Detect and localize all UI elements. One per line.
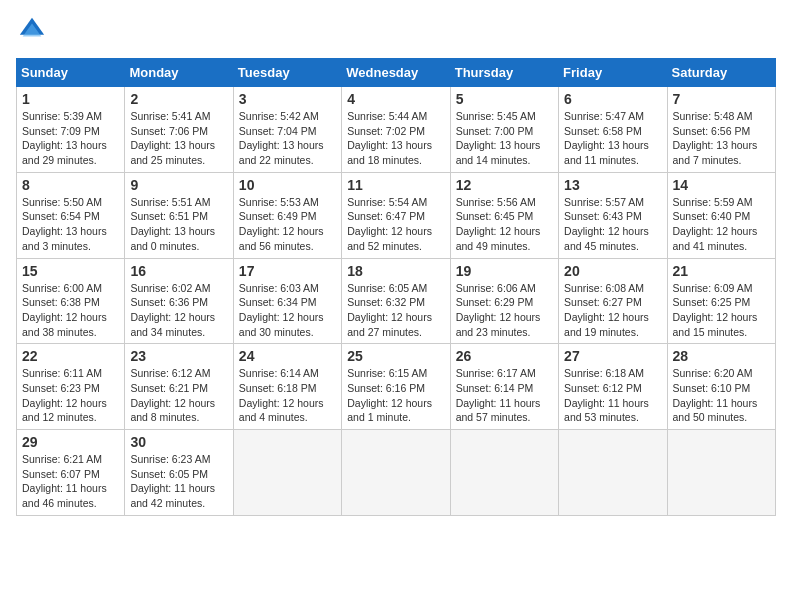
weekday-header-saturday: Saturday [667,59,775,87]
day-info: Sunrise: 6:18 AM Sunset: 6:12 PM Dayligh… [564,366,661,425]
day-info: Sunrise: 5:39 AM Sunset: 7:09 PM Dayligh… [22,109,119,168]
day-info: Sunrise: 5:48 AM Sunset: 6:56 PM Dayligh… [673,109,770,168]
calendar-week-row: 8Sunrise: 5:50 AM Sunset: 6:54 PM Daylig… [17,172,776,258]
day-number: 3 [239,91,336,107]
calendar-cell: 21Sunrise: 6:09 AM Sunset: 6:25 PM Dayli… [667,258,775,344]
calendar-cell: 30Sunrise: 6:23 AM Sunset: 6:05 PM Dayli… [125,430,233,516]
day-info: Sunrise: 6:17 AM Sunset: 6:14 PM Dayligh… [456,366,553,425]
calendar-cell [233,430,341,516]
day-info: Sunrise: 5:51 AM Sunset: 6:51 PM Dayligh… [130,195,227,254]
calendar-cell: 11Sunrise: 5:54 AM Sunset: 6:47 PM Dayli… [342,172,450,258]
calendar-cell: 13Sunrise: 5:57 AM Sunset: 6:43 PM Dayli… [559,172,667,258]
day-number: 14 [673,177,770,193]
day-info: Sunrise: 6:21 AM Sunset: 6:07 PM Dayligh… [22,452,119,511]
page-header [16,16,776,48]
day-number: 20 [564,263,661,279]
day-number: 28 [673,348,770,364]
day-info: Sunrise: 6:08 AM Sunset: 6:27 PM Dayligh… [564,281,661,340]
calendar-cell: 6Sunrise: 5:47 AM Sunset: 6:58 PM Daylig… [559,87,667,173]
day-info: Sunrise: 6:23 AM Sunset: 6:05 PM Dayligh… [130,452,227,511]
day-number: 27 [564,348,661,364]
day-info: Sunrise: 6:05 AM Sunset: 6:32 PM Dayligh… [347,281,444,340]
day-info: Sunrise: 6:09 AM Sunset: 6:25 PM Dayligh… [673,281,770,340]
day-info: Sunrise: 6:12 AM Sunset: 6:21 PM Dayligh… [130,366,227,425]
day-number: 11 [347,177,444,193]
weekday-header-monday: Monday [125,59,233,87]
calendar-cell: 19Sunrise: 6:06 AM Sunset: 6:29 PM Dayli… [450,258,558,344]
day-number: 19 [456,263,553,279]
day-number: 16 [130,263,227,279]
calendar-cell: 14Sunrise: 5:59 AM Sunset: 6:40 PM Dayli… [667,172,775,258]
day-info: Sunrise: 5:50 AM Sunset: 6:54 PM Dayligh… [22,195,119,254]
day-info: Sunrise: 5:44 AM Sunset: 7:02 PM Dayligh… [347,109,444,168]
calendar-cell: 29Sunrise: 6:21 AM Sunset: 6:07 PM Dayli… [17,430,125,516]
day-number: 17 [239,263,336,279]
calendar-cell: 12Sunrise: 5:56 AM Sunset: 6:45 PM Dayli… [450,172,558,258]
day-info: Sunrise: 6:14 AM Sunset: 6:18 PM Dayligh… [239,366,336,425]
day-info: Sunrise: 6:02 AM Sunset: 6:36 PM Dayligh… [130,281,227,340]
day-info: Sunrise: 6:00 AM Sunset: 6:38 PM Dayligh… [22,281,119,340]
calendar-cell: 22Sunrise: 6:11 AM Sunset: 6:23 PM Dayli… [17,344,125,430]
calendar-week-row: 29Sunrise: 6:21 AM Sunset: 6:07 PM Dayli… [17,430,776,516]
day-number: 2 [130,91,227,107]
calendar-cell: 27Sunrise: 6:18 AM Sunset: 6:12 PM Dayli… [559,344,667,430]
calendar-cell: 18Sunrise: 6:05 AM Sunset: 6:32 PM Dayli… [342,258,450,344]
calendar-cell: 24Sunrise: 6:14 AM Sunset: 6:18 PM Dayli… [233,344,341,430]
calendar-cell: 16Sunrise: 6:02 AM Sunset: 6:36 PM Dayli… [125,258,233,344]
weekday-header-row: SundayMondayTuesdayWednesdayThursdayFrid… [17,59,776,87]
day-number: 8 [22,177,119,193]
day-number: 7 [673,91,770,107]
weekday-header-thursday: Thursday [450,59,558,87]
calendar-cell: 26Sunrise: 6:17 AM Sunset: 6:14 PM Dayli… [450,344,558,430]
calendar-cell [559,430,667,516]
calendar-cell: 7Sunrise: 5:48 AM Sunset: 6:56 PM Daylig… [667,87,775,173]
day-info: Sunrise: 5:47 AM Sunset: 6:58 PM Dayligh… [564,109,661,168]
calendar-table: SundayMondayTuesdayWednesdayThursdayFrid… [16,58,776,516]
calendar-week-row: 15Sunrise: 6:00 AM Sunset: 6:38 PM Dayli… [17,258,776,344]
day-info: Sunrise: 6:06 AM Sunset: 6:29 PM Dayligh… [456,281,553,340]
calendar-week-row: 22Sunrise: 6:11 AM Sunset: 6:23 PM Dayli… [17,344,776,430]
day-info: Sunrise: 6:11 AM Sunset: 6:23 PM Dayligh… [22,366,119,425]
day-number: 26 [456,348,553,364]
day-info: Sunrise: 5:41 AM Sunset: 7:06 PM Dayligh… [130,109,227,168]
day-number: 13 [564,177,661,193]
calendar-cell: 17Sunrise: 6:03 AM Sunset: 6:34 PM Dayli… [233,258,341,344]
day-info: Sunrise: 5:57 AM Sunset: 6:43 PM Dayligh… [564,195,661,254]
day-number: 29 [22,434,119,450]
day-info: Sunrise: 5:54 AM Sunset: 6:47 PM Dayligh… [347,195,444,254]
day-info: Sunrise: 5:59 AM Sunset: 6:40 PM Dayligh… [673,195,770,254]
calendar-cell [667,430,775,516]
calendar-cell: 4Sunrise: 5:44 AM Sunset: 7:02 PM Daylig… [342,87,450,173]
weekday-header-sunday: Sunday [17,59,125,87]
calendar-cell: 28Sunrise: 6:20 AM Sunset: 6:10 PM Dayli… [667,344,775,430]
day-number: 23 [130,348,227,364]
day-number: 1 [22,91,119,107]
calendar-cell: 10Sunrise: 5:53 AM Sunset: 6:49 PM Dayli… [233,172,341,258]
calendar-cell: 8Sunrise: 5:50 AM Sunset: 6:54 PM Daylig… [17,172,125,258]
calendar-cell: 23Sunrise: 6:12 AM Sunset: 6:21 PM Dayli… [125,344,233,430]
day-number: 18 [347,263,444,279]
logo-icon [18,16,46,44]
logo [16,16,46,48]
day-number: 22 [22,348,119,364]
day-number: 10 [239,177,336,193]
calendar-cell: 25Sunrise: 6:15 AM Sunset: 6:16 PM Dayli… [342,344,450,430]
calendar-cell: 1Sunrise: 5:39 AM Sunset: 7:09 PM Daylig… [17,87,125,173]
day-number: 12 [456,177,553,193]
day-number: 30 [130,434,227,450]
weekday-header-tuesday: Tuesday [233,59,341,87]
day-info: Sunrise: 6:20 AM Sunset: 6:10 PM Dayligh… [673,366,770,425]
day-info: Sunrise: 5:42 AM Sunset: 7:04 PM Dayligh… [239,109,336,168]
day-number: 25 [347,348,444,364]
day-info: Sunrise: 5:45 AM Sunset: 7:00 PM Dayligh… [456,109,553,168]
day-number: 15 [22,263,119,279]
calendar-cell: 15Sunrise: 6:00 AM Sunset: 6:38 PM Dayli… [17,258,125,344]
day-info: Sunrise: 5:53 AM Sunset: 6:49 PM Dayligh… [239,195,336,254]
day-number: 6 [564,91,661,107]
day-number: 21 [673,263,770,279]
calendar-cell: 2Sunrise: 5:41 AM Sunset: 7:06 PM Daylig… [125,87,233,173]
day-info: Sunrise: 6:03 AM Sunset: 6:34 PM Dayligh… [239,281,336,340]
weekday-header-friday: Friday [559,59,667,87]
day-number: 24 [239,348,336,364]
calendar-cell: 9Sunrise: 5:51 AM Sunset: 6:51 PM Daylig… [125,172,233,258]
